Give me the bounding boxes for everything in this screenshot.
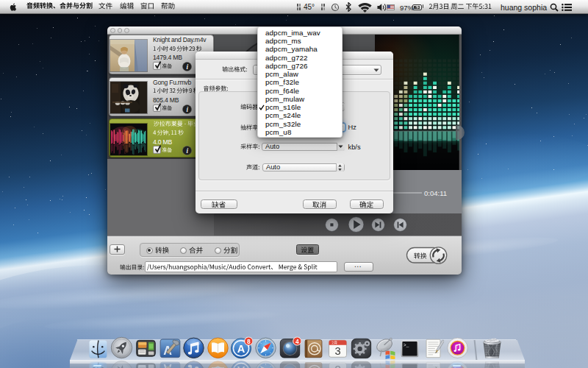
svg-text:A: A [237,364,245,368]
svg-text:A: A [237,343,245,355]
svg-text:4: 4 [295,338,299,345]
svg-text:>_: >_ [403,343,409,348]
svg-text:3: 3 [334,363,340,368]
svg-text:i: i [186,63,188,71]
svg-text:i: i [186,147,188,155]
svg-text:3: 3 [334,345,340,357]
svg-text:8: 8 [247,338,251,345]
svg-text:i: i [186,105,188,113]
